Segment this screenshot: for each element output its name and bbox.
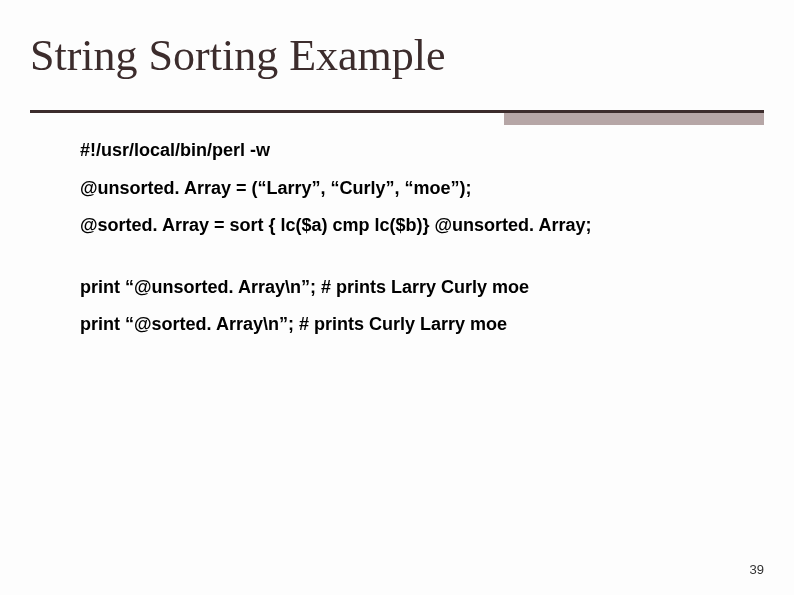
- code-line-5: print “@sorted. Array\n”; # prints Curly…: [80, 314, 760, 336]
- page-number: 39: [750, 562, 764, 577]
- blank-line: [80, 253, 760, 277]
- title-underline: [30, 110, 764, 116]
- code-line-3: @sorted. Array = sort { lc($a) cmp lc($b…: [80, 215, 760, 237]
- code-line-1: #!/usr/local/bin/perl -w: [80, 140, 760, 162]
- code-block: #!/usr/local/bin/perl -w @unsorted. Arra…: [80, 140, 760, 352]
- slide: String Sorting Example #!/usr/local/bin/…: [0, 0, 794, 595]
- code-line-4: print “@unsorted. Array\n”; # prints Lar…: [80, 277, 760, 299]
- slide-title: String Sorting Example: [30, 30, 446, 81]
- underline-shadow: [504, 113, 764, 125]
- code-line-2: @unsorted. Array = (“Larry”, “Curly”, “m…: [80, 178, 760, 200]
